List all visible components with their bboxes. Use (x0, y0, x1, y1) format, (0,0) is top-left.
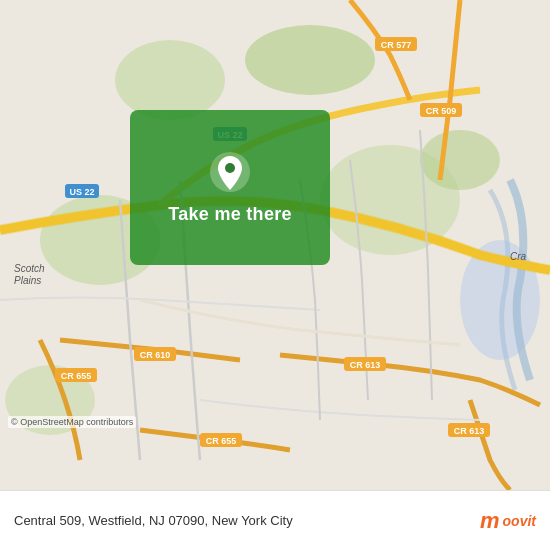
svg-text:CR 655: CR 655 (61, 371, 92, 381)
svg-text:Scotch: Scotch (14, 263, 45, 274)
bottom-bar: Central 509, Westfield, NJ 07090, New Yo… (0, 490, 550, 550)
attribution-text: © OpenStreetMap contributors (11, 417, 133, 427)
svg-text:CR 509: CR 509 (426, 106, 457, 116)
svg-text:CR 610: CR 610 (140, 350, 171, 360)
svg-text:Cra: Cra (510, 251, 527, 262)
svg-text:US 22: US 22 (69, 187, 94, 197)
svg-text:Plains: Plains (14, 275, 41, 286)
svg-text:CR 613: CR 613 (350, 360, 381, 370)
svg-point-2 (115, 40, 225, 120)
take-me-there-button[interactable]: Take me there (130, 110, 330, 265)
svg-point-3 (245, 25, 375, 95)
take-me-there-label: Take me there (168, 204, 292, 225)
svg-point-5 (420, 130, 500, 190)
moovit-word: oovit (503, 513, 536, 529)
moovit-logo: m oovit (480, 508, 536, 534)
svg-text:CR 613: CR 613 (454, 426, 485, 436)
svg-text:CR 655: CR 655 (206, 436, 237, 446)
moovit-m-letter: m (480, 508, 500, 534)
osm-attribution: © OpenStreetMap contributors (8, 416, 136, 428)
svg-text:CR 577: CR 577 (381, 40, 412, 50)
location-pin-icon (208, 150, 252, 194)
address-text: Central 509, Westfield, NJ 07090, New Yo… (14, 513, 480, 528)
svg-point-30 (225, 163, 235, 173)
map-container: US 22 US 22 CR 577 CR 509 CR 610 CR 613 … (0, 0, 550, 490)
